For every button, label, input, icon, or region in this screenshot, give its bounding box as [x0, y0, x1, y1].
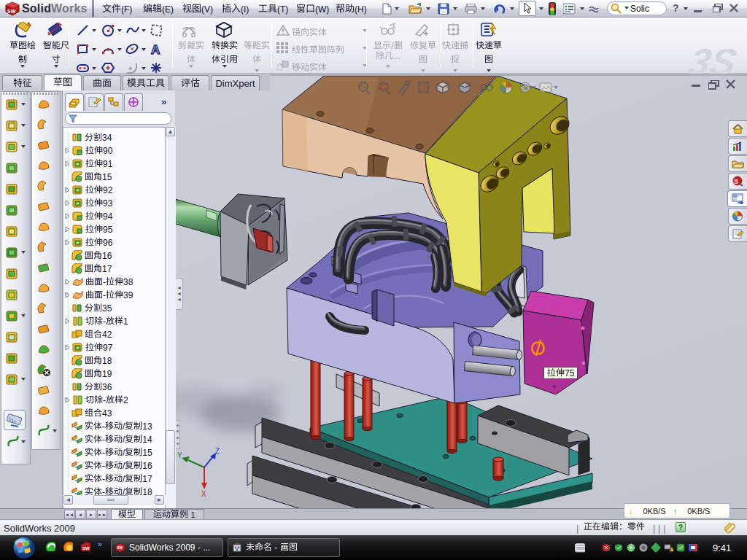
svg-text:S: S [734, 178, 738, 185]
svg-text:SW: SW [117, 546, 123, 550]
svg-text:Z: Z [215, 447, 220, 455]
svg-text:SW: SW [7, 9, 16, 14]
svg-text:Y: Y [177, 451, 182, 459]
svg-text:A: A [151, 43, 160, 56]
svg-text:SW: SW [82, 546, 90, 551]
svg-text:X: X [201, 490, 206, 498]
